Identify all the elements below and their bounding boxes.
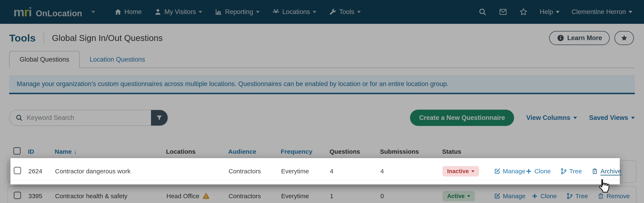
mail-icon[interactable] [499, 8, 507, 16]
filter-button[interactable] [151, 110, 168, 126]
tab-bar: Global Questions Location Questions [9, 51, 635, 68]
page-subtitle: Global Sign In/Out Questions [52, 33, 163, 43]
user-menu[interactable]: Clementine Herron [572, 8, 632, 16]
nav-reporting[interactable]: Reporting [215, 8, 260, 16]
star-filled-icon [620, 34, 628, 42]
search-icon[interactable] [478, 8, 487, 16]
search-icon [16, 114, 23, 122]
help-label: Help [540, 8, 553, 16]
page-header: Tools Global Sign In/Out Questions Learn… [0, 24, 644, 50]
chevron-down-icon [256, 11, 260, 13]
column-header-id[interactable]: ID [28, 148, 55, 155]
nav-home[interactable]: Home [114, 8, 142, 16]
chevron-down-icon [198, 11, 202, 13]
tree-label: Tree [576, 192, 588, 200]
info-icon [557, 34, 564, 42]
nav-home-label: Home [124, 8, 142, 16]
nav-reporting-label: Reporting [225, 8, 253, 16]
mouse-cursor-icon [596, 177, 612, 195]
chevron-down-icon[interactable] [91, 11, 95, 13]
branch-icon [560, 168, 567, 175]
chevron-down-icon [357, 11, 361, 13]
row-submissions: 4 [380, 168, 442, 175]
row-checkbox[interactable] [14, 192, 21, 199]
row-checkbox[interactable] [14, 167, 21, 174]
row-frequency: Everytime [281, 192, 330, 200]
person-icon [154, 8, 162, 16]
title-actions: Learn More [549, 31, 634, 45]
chevron-down-icon [467, 195, 470, 197]
title-divider [44, 32, 44, 45]
tab-global-questions[interactable]: Global Questions [9, 51, 80, 68]
user-name: Clementine Herron [572, 8, 626, 16]
nav-my-visitors-label: My Visitors [164, 8, 196, 16]
row-audience: Contractors [228, 192, 281, 200]
topbar-right: Help Clementine Herron [478, 8, 632, 16]
saved-views-label: Saved Views [589, 114, 628, 122]
row-name: Contractor health & safety [55, 192, 166, 200]
column-header-name-label: Name [55, 148, 72, 155]
view-columns-label: View Columns [526, 114, 570, 122]
row-action-group: Clone Tree Archive [525, 168, 621, 175]
network-icon [272, 8, 280, 16]
create-questionnaire-button[interactable]: Create a New Questionnaire [410, 110, 514, 126]
status-label: Inactive [447, 168, 469, 175]
manage-label: Manage [503, 168, 525, 175]
tree-link[interactable]: Tree [566, 192, 588, 200]
chevron-down-icon [631, 117, 635, 119]
mri-logo: mri [13, 5, 32, 19]
plus-icon [532, 193, 538, 199]
row-id: 3395 [28, 192, 55, 200]
help-menu[interactable]: Help [540, 8, 560, 16]
row-actions: Manage Clone Tree [486, 168, 628, 175]
wrench-icon [329, 8, 336, 16]
clone-label: Clone [534, 168, 550, 175]
search-input[interactable] [27, 114, 151, 122]
saved-views-dropdown[interactable]: Saved Views [589, 114, 635, 122]
chevron-down-icon [556, 11, 560, 13]
manage-label: Manage [503, 192, 525, 200]
funnel-icon [156, 114, 163, 121]
tab-location-questions[interactable]: Location Questions [80, 51, 155, 68]
product-name: OnLocation [36, 9, 82, 18]
learn-more-label: Learn More [567, 34, 602, 42]
table-toolbar: Create a New Questionnaire View Columns … [9, 110, 635, 126]
brand-logo[interactable]: mri OnLocation [13, 5, 82, 19]
clone-link[interactable]: Clone [532, 192, 556, 200]
edit-icon [494, 193, 500, 199]
nav-my-visitors[interactable]: My Visitors [154, 8, 202, 16]
table-row: 3395 Contractor health & safety Head Off… [8, 186, 636, 203]
row-questions: 4 [330, 168, 380, 175]
learn-more-button[interactable]: Learn More [549, 31, 610, 45]
star-icon[interactable] [519, 8, 528, 16]
column-header-name[interactable]: Name ↓ [55, 148, 166, 155]
chevron-down-icon [312, 11, 316, 13]
nav-tools[interactable]: Tools [329, 8, 360, 16]
column-header-audience[interactable]: Audience [228, 148, 281, 155]
nav-locations-label: Locations [282, 8, 310, 16]
chevron-down-icon [471, 170, 474, 172]
status-badge[interactable]: Inactive [442, 166, 479, 176]
archive-link[interactable]: Archive [592, 168, 621, 175]
column-header-frequency[interactable]: Frequency [281, 148, 330, 155]
info-banner: Manage your organization’s custom questi… [9, 75, 635, 94]
manage-link[interactable]: Manage [494, 192, 525, 200]
home-icon [114, 8, 122, 16]
select-all-checkbox[interactable] [13, 147, 21, 154]
tree-link[interactable]: Tree [560, 168, 582, 175]
status-badge[interactable]: Active [442, 191, 475, 201]
favorite-button[interactable] [614, 31, 634, 45]
spotlight-row: 2624 Contractor dangerous work Contracto… [10, 158, 620, 184]
view-columns-dropdown[interactable]: View Columns [526, 114, 577, 122]
row-id: 2624 [28, 168, 55, 175]
row-locations: Head Office [166, 192, 228, 200]
warning-icon [202, 192, 210, 200]
chevron-down-icon [573, 117, 577, 119]
keyword-search [9, 110, 168, 126]
clone-label: Clone [540, 192, 556, 200]
table-row: 2624 Contractor dangerous work Contracto… [8, 160, 636, 183]
manage-link[interactable]: Manage [494, 168, 525, 175]
clone-link[interactable]: Clone [525, 168, 550, 175]
row-audience: Contractors [228, 168, 281, 175]
nav-locations[interactable]: Locations [272, 8, 316, 16]
